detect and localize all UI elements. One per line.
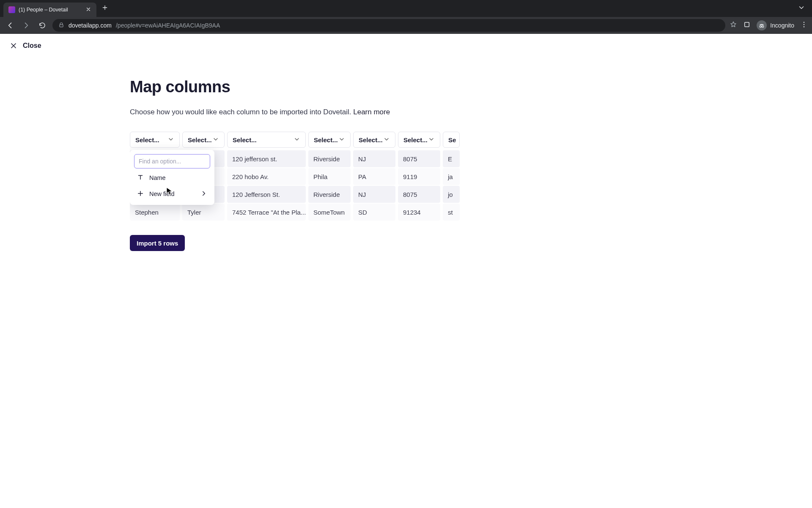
chevron-right-icon bbox=[200, 190, 208, 199]
column-select-label: Se bbox=[448, 136, 456, 144]
incognito-indicator: Incognito bbox=[757, 20, 794, 30]
table-row: Stephen Tyler 7452 Terrace "At the Pla..… bbox=[130, 204, 460, 221]
cell: 120 Jefferson St. bbox=[227, 186, 306, 203]
chevron-down-icon bbox=[212, 136, 219, 144]
favicon-icon bbox=[8, 6, 15, 13]
cell: NJ bbox=[353, 150, 395, 167]
svg-point-5 bbox=[804, 24, 804, 25]
cell: 91234 bbox=[398, 204, 440, 221]
chevron-down-icon bbox=[338, 136, 345, 144]
import-button[interactable]: Import 5 rows bbox=[130, 235, 185, 251]
option-label: Name bbox=[149, 174, 208, 181]
cell: SomeTown bbox=[308, 204, 351, 221]
cell: 7452 Terrace "At the Pla... bbox=[227, 204, 306, 221]
chevron-down-icon bbox=[383, 136, 390, 144]
column-select-6[interactable]: Se bbox=[443, 132, 460, 148]
dropdown-option-name[interactable]: Name bbox=[134, 171, 210, 185]
subtitle-text: Choose how you would like each column to… bbox=[130, 108, 353, 116]
cell: jo bbox=[443, 186, 460, 203]
cell: ja bbox=[443, 168, 460, 185]
new-tab-button[interactable] bbox=[96, 4, 113, 13]
cell: 9119 bbox=[398, 168, 440, 185]
chevron-down-icon bbox=[294, 136, 300, 144]
column-select-label: Select... bbox=[188, 136, 212, 144]
cell: Tyler bbox=[182, 204, 225, 221]
column-select-0[interactable]: Select... bbox=[130, 132, 180, 148]
chevron-down-icon bbox=[428, 136, 435, 144]
window-chevron-icon[interactable] bbox=[791, 4, 812, 13]
omnibar: dovetailapp.com/people#v=ewAiAHEAIgA6ACI… bbox=[0, 17, 812, 34]
column-select-label: Select... bbox=[233, 136, 257, 144]
forward-button[interactable] bbox=[20, 19, 32, 31]
bookmark-icon[interactable] bbox=[730, 21, 737, 30]
cell: Riverside bbox=[308, 150, 351, 167]
url-path: /people#v=ewAiAHEAIgA6ACIAIgB9AA bbox=[116, 22, 220, 29]
svg-point-4 bbox=[804, 22, 804, 23]
cell: E bbox=[443, 150, 460, 167]
cell: 8075 bbox=[398, 186, 440, 203]
cell: 8075 bbox=[398, 150, 440, 167]
tab-bar: (1) People – Dovetail bbox=[0, 0, 812, 17]
cell: Phila bbox=[308, 168, 351, 185]
column-select-label: Select... bbox=[403, 136, 428, 144]
cell: 120 jefferson st. bbox=[227, 150, 306, 167]
page-subtitle: Choose how you would like each column to… bbox=[130, 108, 460, 116]
cell: NJ bbox=[353, 186, 395, 203]
text-type-icon bbox=[137, 174, 144, 182]
dropdown-search-input[interactable] bbox=[134, 154, 210, 168]
column-select-1[interactable]: Select... bbox=[182, 132, 225, 148]
column-select-label: Select... bbox=[135, 136, 159, 144]
column-map-table: Select... Select... Select... Select... … bbox=[130, 132, 460, 221]
cell: SD bbox=[353, 204, 395, 221]
reload-button[interactable] bbox=[36, 19, 48, 31]
back-button[interactable] bbox=[4, 19, 16, 31]
incognito-icon bbox=[757, 20, 767, 30]
svg-rect-0 bbox=[60, 25, 63, 27]
close-tab-icon[interactable] bbox=[85, 6, 91, 14]
column-select-label: Select... bbox=[359, 136, 383, 144]
column-headers-row: Select... Select... Select... Select... … bbox=[130, 132, 460, 148]
close-icon bbox=[9, 41, 18, 50]
dropdown-option-new-field[interactable]: New field bbox=[134, 187, 210, 201]
column-select-dropdown: Name New field bbox=[130, 150, 214, 205]
close-button[interactable]: Close bbox=[0, 34, 812, 58]
column-select-4[interactable]: Select... bbox=[353, 132, 395, 148]
svg-point-6 bbox=[804, 26, 804, 27]
close-label: Close bbox=[23, 42, 41, 50]
cell: st bbox=[443, 204, 460, 221]
cell: 220 hobo Av. bbox=[227, 168, 306, 185]
extensions-icon[interactable] bbox=[743, 21, 751, 30]
column-select-label: Select... bbox=[314, 136, 338, 144]
cell: Stephen bbox=[130, 204, 180, 221]
column-select-5[interactable]: Select... bbox=[398, 132, 440, 148]
cell: Riverside bbox=[308, 186, 351, 203]
svg-rect-1 bbox=[745, 22, 749, 27]
kebab-menu-icon[interactable] bbox=[800, 21, 808, 30]
incognito-label: Incognito bbox=[770, 22, 794, 29]
browser-chrome: (1) People – Dovetail dovetailapp.com/pe… bbox=[0, 0, 812, 34]
main-content: Map columns Choose how you would like ea… bbox=[130, 78, 460, 251]
page-title: Map columns bbox=[130, 78, 460, 96]
chevron-down-icon bbox=[167, 136, 174, 144]
plus-icon bbox=[137, 190, 144, 199]
column-select-3[interactable]: Select... bbox=[308, 132, 351, 148]
option-label: New field bbox=[149, 190, 195, 197]
url-host: dovetailapp.com bbox=[69, 22, 112, 29]
learn-more-link[interactable]: Learn more bbox=[353, 108, 390, 116]
cell: PA bbox=[353, 168, 395, 185]
lock-icon bbox=[58, 22, 64, 29]
address-bar[interactable]: dovetailapp.com/people#v=ewAiAHEAIgA6ACI… bbox=[52, 19, 725, 32]
tab-title: (1) People – Dovetail bbox=[19, 7, 82, 13]
browser-tab[interactable]: (1) People – Dovetail bbox=[3, 3, 96, 17]
column-select-2[interactable]: Select... bbox=[227, 132, 306, 148]
